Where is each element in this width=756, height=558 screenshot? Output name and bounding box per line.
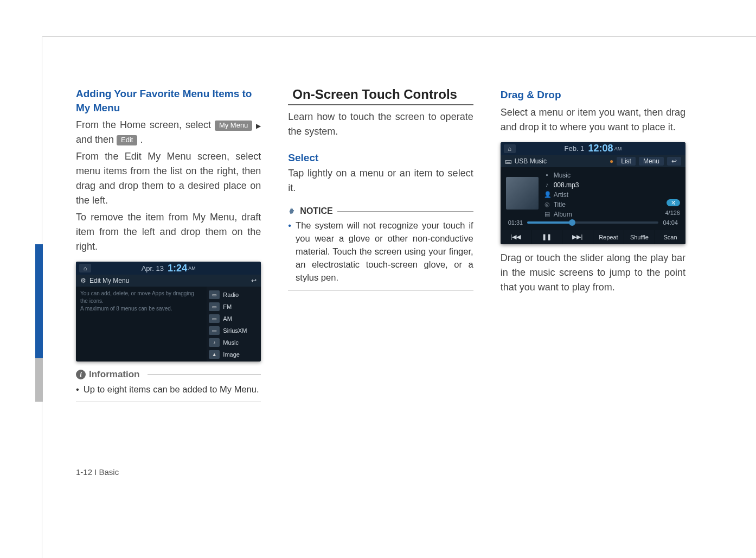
signal-icon: ● xyxy=(610,157,613,165)
shot-body: You can add, delete, or move Apps by dra… xyxy=(76,287,261,362)
page-footer: 1-12 I Basic xyxy=(76,467,119,477)
chapter-tab-blue xyxy=(35,244,43,358)
notice-bullet-text: The system will not recognize your touch… xyxy=(296,219,473,284)
back-icon: ↩ xyxy=(251,277,257,284)
prev-icon: |◀◀ xyxy=(501,230,531,244)
rule-line xyxy=(148,375,261,375)
shot-app-list: ▭Radio ▭FM ▭AM ▭SiriusXM ♪Music ▲Image xyxy=(207,287,261,362)
shot-ampm: AM xyxy=(614,146,622,151)
app-label: FM xyxy=(223,303,232,310)
album-icon: ▤ xyxy=(544,210,550,219)
para-tap-lightly: Tap lightly on a menu or an item to sele… xyxy=(288,166,473,195)
hand-icon xyxy=(288,207,297,215)
list-button: List xyxy=(617,157,636,166)
shot-time: 12:08 xyxy=(588,143,613,154)
shot-subbar: 🖴 USB Music ● List Menu ↩ xyxy=(501,155,685,167)
shot-subtitle: USB Music xyxy=(515,157,547,165)
radio-icon: ▭ xyxy=(209,302,220,311)
image-icon: ▲ xyxy=(209,350,220,359)
album-art xyxy=(506,177,539,210)
notice-label: NOTICE xyxy=(300,206,332,216)
bullet-dot: • xyxy=(76,383,79,396)
para-remove-item: To remove the item from My Menu, draft i… xyxy=(76,210,261,254)
radio-icon: ▭ xyxy=(209,314,220,323)
app-label: Radio xyxy=(223,291,239,298)
mymenu-button-label: My Menu xyxy=(215,121,252,131)
app-label: Image xyxy=(223,351,240,358)
text-segment: and then xyxy=(76,134,117,145)
home-icon: ⌂ xyxy=(79,264,91,272)
app-row: ▲Image xyxy=(209,348,259,360)
heading-drag-drop: Drag & Drop xyxy=(501,88,685,102)
music-icon: ♪ xyxy=(209,338,220,347)
notice-bullet-row: • The system will not recognize your tou… xyxy=(288,219,473,284)
note-icon: ♪ xyxy=(544,180,550,189)
shot-topbar: ⌂ Apr. 13 1:24 AM xyxy=(76,262,261,275)
progress-slider: 01:31 04:04 xyxy=(501,219,685,226)
slider-fill xyxy=(527,221,572,224)
chapter-tab-grey xyxy=(35,358,43,402)
app-label: AM xyxy=(223,315,232,322)
time-current: 01:31 xyxy=(508,219,523,226)
rule-line xyxy=(76,402,261,402)
track-counter: 4/126 xyxy=(665,210,680,216)
information-heading: i Information xyxy=(76,369,261,380)
shot-subtitle: Edit My Menu xyxy=(89,277,129,284)
rule-line xyxy=(337,211,473,212)
slider-track xyxy=(527,221,658,224)
shot-time: 1:24 xyxy=(168,263,187,274)
app-row: ▭SiriusXM xyxy=(209,325,259,337)
shot-date: Feb. 1 xyxy=(565,144,585,153)
menu-button: Menu xyxy=(639,157,664,166)
screenshot-usb-music: ⌂ Feb. 1 12:08 AM 🖴 USB Music ● List Men… xyxy=(501,142,685,244)
time-total: 04:04 xyxy=(663,219,678,226)
para-learn-touch: Learn how to touch the screen to operate… xyxy=(288,110,473,139)
app-row: ▭FM xyxy=(209,301,259,313)
track-meta: ▪Music ♪008.mp3 👤Artist ◎Title ▤Album xyxy=(544,170,660,216)
rule-line xyxy=(288,290,473,290)
track-counter-area: ⤨ 4/126 xyxy=(665,199,680,216)
pause-icon: ❚❚ xyxy=(531,230,562,244)
playback-controls: |◀◀ ❚❚ ▶▶| Repeat Shuffle Scan xyxy=(501,230,685,244)
shot-ampm: AM xyxy=(188,265,196,271)
meta-album: Album xyxy=(554,210,572,219)
triangle-icon: ▶ xyxy=(256,121,261,131)
info-bullet-text: Up to eight items can be added to My Men… xyxy=(84,383,259,396)
app-row: ♪Music xyxy=(209,337,259,348)
bullet-dot: • xyxy=(288,219,291,284)
crop-mark-top xyxy=(0,0,756,37)
radio-icon: ▭ xyxy=(209,290,220,299)
meta-track: 008.mp3 xyxy=(554,180,579,190)
meta-title: Title xyxy=(554,200,566,210)
column-3: Drag & Drop Select a menu or item you wa… xyxy=(501,87,685,493)
app-row: ▭AM xyxy=(209,313,259,325)
text-segment: From the Home screen, select xyxy=(76,119,215,130)
shuffle-icon: ⤨ xyxy=(667,199,680,206)
meta-artist: Artist xyxy=(554,190,568,200)
shot-topbar: ⌂ Feb. 1 12:08 AM xyxy=(501,142,685,155)
heading-adding-favorite: Adding Your Favorite Menu Items to My Me… xyxy=(76,87,261,115)
back-icon: ↩ xyxy=(667,157,681,166)
app-label: Music xyxy=(223,339,239,346)
info-label: Information xyxy=(89,369,140,380)
next-icon: ▶▶| xyxy=(562,230,593,244)
heading-select: Select xyxy=(288,152,473,164)
artist-icon: 👤 xyxy=(544,190,550,199)
info-icon: i xyxy=(76,370,86,379)
gear-icon: ⚙ xyxy=(80,277,86,284)
para-slider: Drag or touch the slider along the play … xyxy=(501,251,685,295)
folder-icon: ▪ xyxy=(544,170,550,180)
shot-date: Apr. 13 xyxy=(142,264,164,272)
disc-icon: ◎ xyxy=(544,200,550,209)
column-2: On-Screen Touch Controls Learn how to to… xyxy=(288,87,473,493)
manual-page: Adding Your Favorite Menu Items to My Me… xyxy=(0,0,756,558)
repeat-button: Repeat xyxy=(593,230,624,244)
para-home-select: From the Home screen, select My Menu ▶ a… xyxy=(76,118,261,147)
content-columns: Adding Your Favorite Menu Items to My Me… xyxy=(76,87,685,493)
info-bullet-row: • Up to eight items can be added to My M… xyxy=(76,383,261,396)
slider-knob xyxy=(569,219,575,226)
home-icon: ⌂ xyxy=(504,144,516,153)
text-segment: . xyxy=(140,134,143,145)
screenshot-edit-my-menu: ⌂ Apr. 13 1:24 AM ⚙ Edit My Menu ↩ You c… xyxy=(76,262,261,362)
shot-subbar: ⚙ Edit My Menu ↩ xyxy=(76,275,261,287)
